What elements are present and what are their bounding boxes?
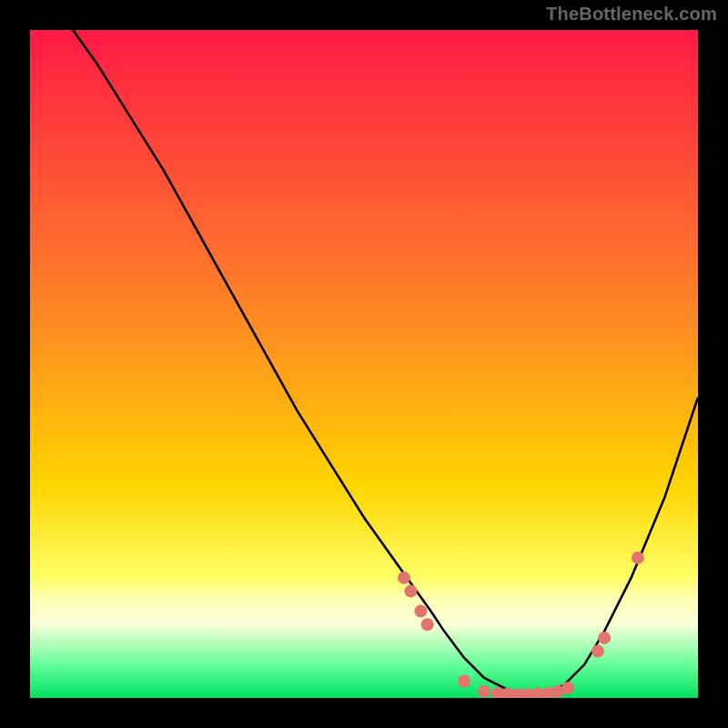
data-marker: [561, 682, 574, 694]
bottleneck-curve: [30, 30, 698, 694]
data-marker: [421, 618, 434, 631]
data-marker: [632, 551, 644, 564]
data-marker: [398, 571, 410, 584]
curve-layer: [30, 30, 698, 698]
data-marker: [414, 605, 427, 618]
data-marker: [598, 632, 611, 644]
plot-area: [30, 30, 698, 698]
data-marker: [458, 675, 470, 688]
data-marker: [404, 585, 417, 598]
attribution-label: TheBottleneck.com: [546, 4, 717, 25]
data-marker: [478, 685, 490, 698]
chart-frame: TheBottleneck.com: [0, 0, 728, 728]
data-marker: [592, 645, 604, 658]
